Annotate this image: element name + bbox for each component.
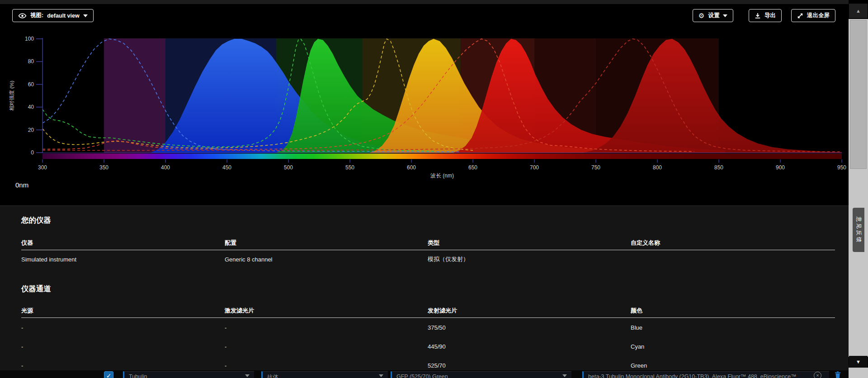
axis-tick-label: 550 xyxy=(345,164,354,171)
feedback-tab-label: 意见反馈 xyxy=(855,216,863,243)
scroll-down-arrow-icon[interactable]: ▼ xyxy=(849,356,868,368)
axis-tick-label: 40 xyxy=(28,104,34,110)
axis-tick-label: 60 xyxy=(28,81,34,88)
column-header: 发射滤光片 xyxy=(428,307,631,315)
axis-tick-label: 750 xyxy=(591,164,600,171)
axis-tick-label: 20 xyxy=(28,127,34,133)
column-header: 仪器 xyxy=(21,239,225,247)
axis-tick-label: 350 xyxy=(99,164,108,171)
spectra-chart[interactable]: 0204060801003003504004505005506006507007… xyxy=(0,0,868,181)
table-cell: - xyxy=(21,343,225,350)
axis-tick-label: 500 xyxy=(284,164,293,171)
axis-tick-label: 450 xyxy=(222,164,231,171)
axis-tick-label: 850 xyxy=(714,164,723,171)
x-axis-label: 波长 (nm) xyxy=(430,173,454,179)
axis-tick-label: 600 xyxy=(407,164,416,171)
instrument-channels-title: 仪器通道 xyxy=(21,284,51,294)
column-header: 光源 xyxy=(21,307,225,315)
chevron-down-icon xyxy=(562,374,567,377)
scrollbar-track-bottom[interactable] xyxy=(849,368,868,378)
table-cell: Generic 8 channel xyxy=(225,256,428,263)
table-cell: Green xyxy=(631,362,835,369)
table-cell: 445/90 xyxy=(428,343,631,350)
scroll-up-arrow-icon[interactable]: ▲ xyxy=(849,4,868,18)
category-select[interactable]: 抗体 xyxy=(261,371,388,378)
table-cell: - xyxy=(21,324,225,331)
table-cell: 模拟（仅发射） xyxy=(428,255,631,263)
table-cell: Cyan xyxy=(631,343,835,350)
fluorophore-group-value: Tubulin xyxy=(129,373,147,378)
table-header-row: 光源激发滤光片发射滤光片颜色 xyxy=(21,304,835,318)
clear-selection-icon[interactable]: × xyxy=(814,372,821,378)
fluorophore-visible-checkbox[interactable]: ✓ xyxy=(104,371,113,378)
table-cell: - xyxy=(225,324,428,331)
column-header: 自定义名称 xyxy=(631,239,835,247)
scrollbar-thumb[interactable] xyxy=(850,20,867,169)
axis-tick-label: 100 xyxy=(25,36,34,42)
column-header: 类型 xyxy=(428,239,631,247)
vertical-scrollbar[interactable]: ▲ ▼ xyxy=(849,0,868,378)
table-cell: 375/50 xyxy=(428,324,631,331)
your-instrument-title: 您的仪器 xyxy=(21,215,51,225)
table-row: Simulated instrumentGeneric 8 channel模拟（… xyxy=(21,250,835,268)
axis-tick-label: 400 xyxy=(161,164,170,171)
axis-tick-label: 650 xyxy=(468,164,477,171)
feedback-tab[interactable]: 意见反馈 xyxy=(853,208,864,252)
wavelength-cursor-readout: 0nm xyxy=(15,181,28,189)
axis-tick-label: 800 xyxy=(653,164,662,171)
table-cell: 525/70 xyxy=(428,362,631,369)
axis-tick-label: 700 xyxy=(530,164,539,171)
channel-value: GFP (525/70) Green xyxy=(396,373,448,378)
antibody-select[interactable]: beta-3 Tubulin Monoclonal Antibody (2G10… xyxy=(582,371,829,378)
table-row: --375/50Blue xyxy=(21,318,835,337)
channels-table: 光源激发滤光片发射滤光片颜色--375/50Blue--445/90Cyan--… xyxy=(21,304,835,375)
table-cell: - xyxy=(21,362,225,369)
antibody-value: beta-3 Tubulin Monoclonal Antibody (2G10… xyxy=(588,373,797,378)
table-cell: - xyxy=(225,343,428,350)
trash-icon[interactable] xyxy=(835,371,841,378)
axis-tick-label: 300 xyxy=(38,164,47,171)
fluorophore-row-bar: ✓ Tubulin 抗体 GFP (525/70) Green beta-3 T… xyxy=(0,370,849,378)
check-icon: ✓ xyxy=(106,372,112,378)
instrument-table: 仪器配置类型自定义名称Simulated instrumentGeneric 8… xyxy=(21,236,835,268)
category-value: 抗体 xyxy=(267,374,278,378)
channel-select[interactable]: GFP (525/70) Green xyxy=(391,371,571,378)
table-cell: - xyxy=(225,362,428,369)
axis-tick-label: 80 xyxy=(28,58,34,65)
column-header: 激发滤光片 xyxy=(225,307,428,315)
chevron-down-icon xyxy=(245,374,250,377)
column-header: 颜色 xyxy=(631,307,835,315)
wavelength-strip xyxy=(42,154,842,159)
y-axis-label: 相对强度 (%) xyxy=(9,80,14,111)
table-header-row: 仪器配置类型自定义名称 xyxy=(21,236,835,250)
fluorophore-group-select[interactable]: Tubulin xyxy=(123,371,254,378)
axis-tick-label: 900 xyxy=(776,164,785,171)
table-cell: Simulated instrument xyxy=(21,256,225,263)
table-row: --445/90Cyan xyxy=(21,337,835,356)
axis-tick-label: 0 xyxy=(31,149,34,156)
chevron-down-icon xyxy=(379,374,383,377)
instrument-panel: 您的仪器 仪器配置类型自定义名称Simulated instrumentGene… xyxy=(0,205,868,378)
axis-tick-label: 950 xyxy=(837,164,846,171)
column-header: 配置 xyxy=(225,239,428,247)
table-cell: Blue xyxy=(631,324,835,331)
